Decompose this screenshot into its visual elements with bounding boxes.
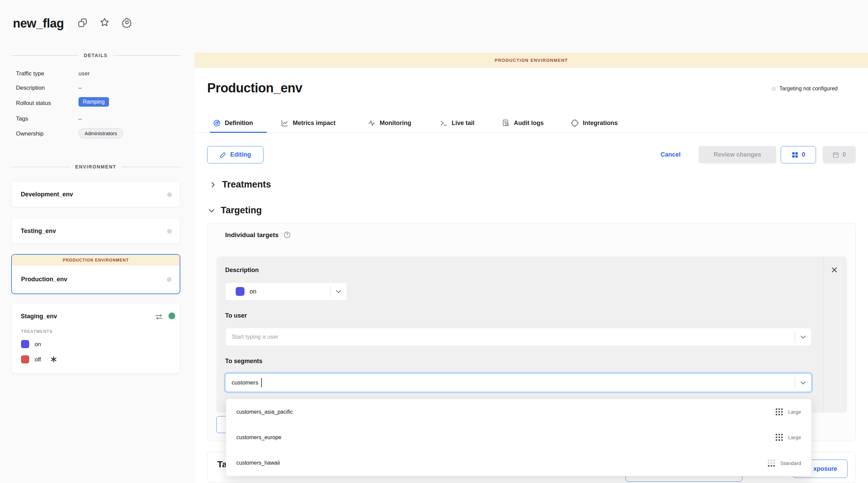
description-label: Description bbox=[16, 85, 45, 91]
tab-audit-logs[interactable]: Audit logs bbox=[502, 119, 544, 127]
gear-icon[interactable] bbox=[122, 17, 132, 28]
treatment-on-label: on bbox=[35, 341, 41, 348]
env-name: Testing_env bbox=[21, 228, 56, 235]
treatments-caption: TREATMENTS bbox=[21, 329, 53, 334]
description-value: – bbox=[78, 85, 82, 91]
chevron-down-icon[interactable] bbox=[799, 379, 807, 387]
traffic-type-label: Traffic type bbox=[16, 70, 44, 77]
editing-button[interactable]: Editing bbox=[207, 146, 264, 163]
calendar-icon bbox=[832, 151, 839, 158]
env-name: Development_env bbox=[21, 191, 73, 198]
tab-label: Metrics impact bbox=[293, 120, 336, 127]
close-icon[interactable]: ✕ bbox=[831, 266, 838, 274]
details-heading: DETAILS bbox=[84, 53, 108, 58]
rule-card-divider bbox=[823, 256, 824, 413]
treatment-off-label: off bbox=[35, 356, 41, 363]
env-card-development[interactable]: Development_env bbox=[11, 181, 180, 207]
treatment-color-swatch bbox=[236, 287, 245, 296]
to-user-label: To user bbox=[225, 312, 247, 319]
tags-label: Tags bbox=[16, 115, 28, 122]
segment-size: Standard bbox=[780, 460, 801, 466]
tab-label: Audit logs bbox=[514, 120, 544, 127]
treatment-select-value: on bbox=[250, 288, 330, 295]
production-env-banner: PRODUCTION ENVIRONMENT bbox=[12, 255, 180, 266]
env-status-dot bbox=[167, 229, 172, 234]
segment-size: Large bbox=[788, 434, 801, 440]
treatments-section-toggle[interactable]: Treatments bbox=[209, 179, 271, 190]
segment-name: customers_asia_pacific bbox=[236, 409, 293, 415]
segment-option-hawaii[interactable]: customers_hawaii Standard bbox=[226, 450, 811, 476]
pencil-icon bbox=[220, 151, 227, 158]
targeting-heading: Targeting bbox=[221, 205, 262, 216]
page-title: new_flag bbox=[13, 16, 64, 31]
treatment-select[interactable]: on bbox=[225, 282, 347, 301]
env-name: Production_env bbox=[21, 276, 67, 283]
traffic-type-value: user bbox=[78, 70, 90, 77]
to-user-input[interactable] bbox=[225, 328, 795, 346]
targeting-section-toggle[interactable]: Targeting bbox=[208, 205, 262, 216]
to-segments-combobox[interactable] bbox=[225, 373, 812, 392]
live-tail-icon bbox=[439, 119, 448, 127]
description-field-label: Description bbox=[225, 267, 259, 274]
to-user-combobox[interactable] bbox=[225, 328, 812, 346]
large-segment-icon bbox=[776, 408, 783, 415]
integrations-icon bbox=[571, 119, 579, 127]
cancel-button[interactable]: Cancel bbox=[661, 151, 681, 158]
segment-name: customers_hawaii bbox=[236, 460, 280, 466]
individual-targets-title: Individual targets bbox=[225, 231, 278, 239]
segment-option-asia-pacific[interactable]: customers_asia_pacific Large bbox=[226, 399, 811, 425]
env-active-dot bbox=[168, 312, 175, 319]
segment-size: Large bbox=[788, 409, 801, 415]
tab-definition[interactable]: Definition bbox=[213, 119, 253, 127]
env-card-testing[interactable]: Testing_env bbox=[11, 218, 180, 244]
standard-segment-icon bbox=[768, 460, 775, 467]
metrics-impact-icon bbox=[281, 119, 289, 127]
text-caret bbox=[261, 378, 262, 387]
select-divider bbox=[330, 286, 330, 297]
environment-title: Production_env bbox=[207, 81, 302, 95]
help-icon[interactable] bbox=[283, 231, 291, 239]
tab-metrics-impact[interactable]: Metrics impact bbox=[281, 119, 336, 127]
grid-icon bbox=[792, 151, 798, 158]
app-root: new_flag DETAILS Traffic type user Descr… bbox=[0, 0, 868, 483]
changes-count: 0 bbox=[802, 151, 805, 158]
env-card-staging[interactable]: Staging_env TREATMENTS on off bbox=[11, 303, 180, 374]
status-dot bbox=[772, 87, 776, 91]
tab-label: Monitoring bbox=[380, 120, 411, 127]
details-divider: DETAILS bbox=[11, 53, 180, 58]
segment-name: customers_europe bbox=[236, 434, 282, 441]
tab-live-tail[interactable]: Live tail bbox=[439, 119, 474, 127]
targeting-status: Targeting not configured bbox=[772, 86, 838, 92]
env-card-production[interactable]: PRODUCTION ENVIRONMENT Production_env bbox=[11, 254, 180, 294]
review-changes-button[interactable]: Review changes bbox=[699, 146, 776, 163]
sync-arrows-icon bbox=[154, 313, 164, 321]
env-status-dot bbox=[167, 192, 172, 197]
production-environment-banner: PRODUCTION ENVIRONMENT bbox=[195, 53, 868, 68]
env-status-dot bbox=[167, 277, 171, 282]
chevron-right-icon bbox=[209, 181, 217, 189]
segments-dropdown: customers_asia_pacific Large customers_e… bbox=[226, 399, 812, 476]
select-divider bbox=[795, 377, 795, 388]
copy-icon[interactable] bbox=[77, 18, 88, 28]
segment-option-europe[interactable]: customers_europe Large bbox=[226, 425, 811, 450]
star-icon[interactable] bbox=[99, 17, 110, 28]
tags-value: – bbox=[78, 115, 82, 122]
tab-divider bbox=[195, 132, 868, 133]
tab-label: Live tail bbox=[452, 120, 474, 127]
ownership-label: Ownership bbox=[16, 130, 43, 137]
to-segments-input[interactable] bbox=[225, 374, 795, 392]
tab-monitoring[interactable]: Monitoring bbox=[367, 119, 411, 127]
schedule-count-button[interactable]: 0 bbox=[822, 146, 856, 163]
chevron-down-icon[interactable] bbox=[799, 333, 807, 341]
tab-label: Integrations bbox=[583, 120, 618, 127]
treatments-heading: Treatments bbox=[222, 179, 271, 190]
default-treatment-asterisk-icon bbox=[50, 355, 58, 363]
audit-logs-icon bbox=[502, 119, 510, 127]
treatment-on-swatch bbox=[21, 340, 29, 348]
environment-divider: ENVIRONMENT bbox=[11, 164, 180, 169]
active-tab-underline bbox=[210, 132, 267, 133]
definition-icon bbox=[213, 119, 221, 127]
changes-count-button[interactable]: 0 bbox=[781, 146, 816, 163]
tab-integrations[interactable]: Integrations bbox=[571, 119, 618, 127]
large-segment-icon bbox=[776, 434, 783, 441]
